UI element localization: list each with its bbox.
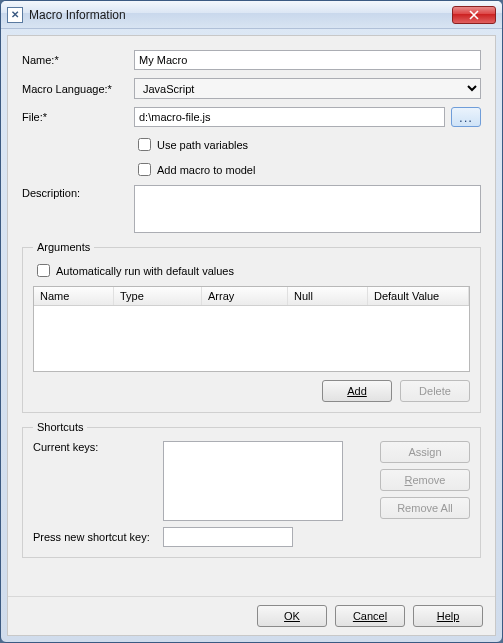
remove-button[interactable]: Remove	[380, 469, 470, 491]
name-label: Name:*	[22, 54, 134, 66]
description-input[interactable]	[134, 185, 481, 233]
dialog-footer: OK Cancel Help	[8, 596, 495, 635]
language-select[interactable]: JavaScript	[134, 78, 481, 99]
delete-button[interactable]: Delete	[400, 380, 470, 402]
remove-all-button[interactable]: Remove All	[380, 497, 470, 519]
cancel-button[interactable]: Cancel	[335, 605, 405, 627]
add-to-model-label: Add macro to model	[157, 164, 255, 176]
close-button[interactable]	[452, 6, 496, 24]
shortcuts-group: Shortcuts Current keys: Assign Remove Re…	[22, 421, 481, 558]
description-label: Description:	[22, 185, 134, 199]
browse-button[interactable]: ...	[451, 107, 481, 127]
arguments-group: Arguments Automatically run with default…	[22, 241, 481, 413]
auto-run-label: Automatically run with default values	[56, 265, 234, 277]
help-button[interactable]: Help	[413, 605, 483, 627]
arguments-table[interactable]: Name Type Array Null Default Value	[33, 286, 470, 372]
use-path-vars-checkbox[interactable]	[138, 138, 151, 151]
client-area: Name:* Macro Language:* JavaScript File:…	[7, 35, 496, 636]
add-to-model-checkbox[interactable]	[138, 163, 151, 176]
name-input[interactable]	[134, 50, 481, 70]
title-bar[interactable]: ✕ Macro Information	[1, 1, 502, 29]
col-array[interactable]: Array	[202, 287, 288, 305]
auto-run-checkbox[interactable]	[37, 264, 50, 277]
ok-button[interactable]: OK	[257, 605, 327, 627]
col-default[interactable]: Default Value	[368, 287, 469, 305]
col-type[interactable]: Type	[114, 287, 202, 305]
current-keys-label: Current keys:	[33, 441, 163, 453]
close-icon	[469, 10, 479, 20]
press-new-label: Press new shortcut key:	[33, 531, 163, 543]
remove-label: R	[405, 474, 413, 486]
dialog-window: ✕ Macro Information Name:* Macro Languag…	[0, 0, 503, 643]
current-keys-list[interactable]	[163, 441, 343, 521]
content-area: Name:* Macro Language:* JavaScript File:…	[8, 36, 495, 596]
table-header: Name Type Array Null Default Value	[34, 287, 469, 306]
window-title: Macro Information	[29, 8, 452, 22]
app-icon: ✕	[7, 7, 23, 23]
file-input[interactable]	[134, 107, 445, 127]
press-new-input[interactable]	[163, 527, 293, 547]
add-button[interactable]: Add	[322, 380, 392, 402]
assign-button[interactable]: Assign	[380, 441, 470, 463]
language-label: Macro Language:*	[22, 83, 134, 95]
col-name[interactable]: Name	[34, 287, 114, 305]
arguments-legend: Arguments	[33, 241, 94, 253]
file-label: File:*	[22, 111, 134, 123]
col-null[interactable]: Null	[288, 287, 368, 305]
shortcuts-legend: Shortcuts	[33, 421, 87, 433]
use-path-vars-label: Use path variables	[157, 139, 248, 151]
